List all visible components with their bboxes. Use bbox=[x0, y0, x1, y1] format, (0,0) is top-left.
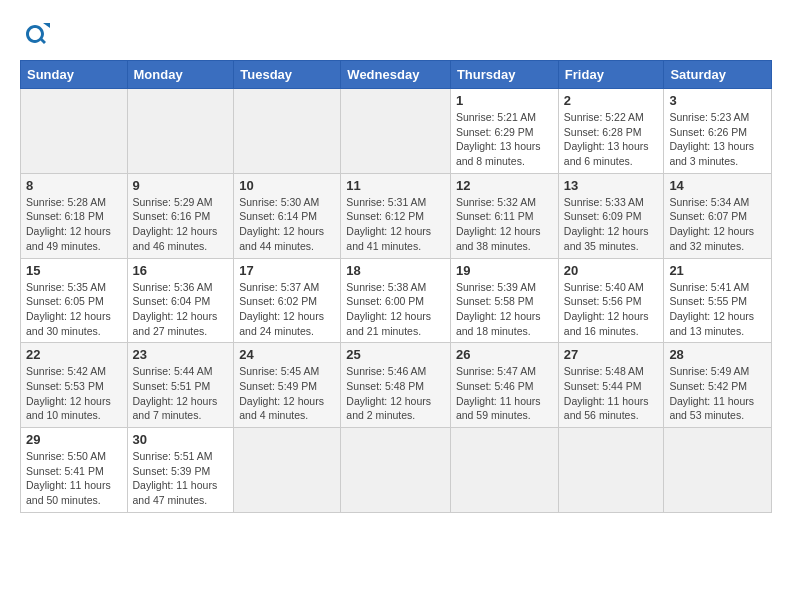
day-info: Sunrise: 5:22 AMSunset: 6:28 PMDaylight:… bbox=[564, 110, 659, 169]
calendar-week-row: 8Sunrise: 5:28 AMSunset: 6:18 PMDaylight… bbox=[21, 173, 772, 258]
calendar-header-friday: Friday bbox=[558, 61, 664, 89]
calendar-cell: 24Sunrise: 5:45 AMSunset: 5:49 PMDayligh… bbox=[234, 343, 341, 428]
day-info: Sunrise: 5:44 AMSunset: 5:51 PMDaylight:… bbox=[133, 364, 229, 423]
calendar-week-row: 1Sunrise: 5:21 AMSunset: 6:29 PMDaylight… bbox=[21, 89, 772, 174]
day-number: 27 bbox=[564, 347, 659, 362]
day-number: 24 bbox=[239, 347, 335, 362]
logo-icon bbox=[20, 20, 50, 50]
calendar-cell: 1Sunrise: 5:21 AMSunset: 6:29 PMDaylight… bbox=[450, 89, 558, 174]
calendar-cell: 15Sunrise: 5:35 AMSunset: 6:05 PMDayligh… bbox=[21, 258, 128, 343]
calendar-cell: 16Sunrise: 5:36 AMSunset: 6:04 PMDayligh… bbox=[127, 258, 234, 343]
day-info: Sunrise: 5:23 AMSunset: 6:26 PMDaylight:… bbox=[669, 110, 766, 169]
calendar-header-wednesday: Wednesday bbox=[341, 61, 451, 89]
day-info: Sunrise: 5:29 AMSunset: 6:16 PMDaylight:… bbox=[133, 195, 229, 254]
day-info: Sunrise: 5:38 AMSunset: 6:00 PMDaylight:… bbox=[346, 280, 445, 339]
calendar-week-row: 22Sunrise: 5:42 AMSunset: 5:53 PMDayligh… bbox=[21, 343, 772, 428]
day-info: Sunrise: 5:40 AMSunset: 5:56 PMDaylight:… bbox=[564, 280, 659, 339]
day-info: Sunrise: 5:35 AMSunset: 6:05 PMDaylight:… bbox=[26, 280, 122, 339]
day-number: 25 bbox=[346, 347, 445, 362]
calendar-cell: 9Sunrise: 5:29 AMSunset: 6:16 PMDaylight… bbox=[127, 173, 234, 258]
logo bbox=[20, 20, 54, 50]
day-info: Sunrise: 5:47 AMSunset: 5:46 PMDaylight:… bbox=[456, 364, 553, 423]
calendar-cell bbox=[341, 89, 451, 174]
day-info: Sunrise: 5:45 AMSunset: 5:49 PMDaylight:… bbox=[239, 364, 335, 423]
day-info: Sunrise: 5:37 AMSunset: 6:02 PMDaylight:… bbox=[239, 280, 335, 339]
calendar-header-saturday: Saturday bbox=[664, 61, 772, 89]
day-number: 10 bbox=[239, 178, 335, 193]
day-number: 14 bbox=[669, 178, 766, 193]
calendar-cell: 2Sunrise: 5:22 AMSunset: 6:28 PMDaylight… bbox=[558, 89, 664, 174]
calendar-cell: 30Sunrise: 5:51 AMSunset: 5:39 PMDayligh… bbox=[127, 428, 234, 513]
day-info: Sunrise: 5:41 AMSunset: 5:55 PMDaylight:… bbox=[669, 280, 766, 339]
calendar-cell: 27Sunrise: 5:48 AMSunset: 5:44 PMDayligh… bbox=[558, 343, 664, 428]
calendar-cell bbox=[234, 89, 341, 174]
calendar-cell: 10Sunrise: 5:30 AMSunset: 6:14 PMDayligh… bbox=[234, 173, 341, 258]
calendar-cell: 22Sunrise: 5:42 AMSunset: 5:53 PMDayligh… bbox=[21, 343, 128, 428]
calendar-cell: 11Sunrise: 5:31 AMSunset: 6:12 PMDayligh… bbox=[341, 173, 451, 258]
day-number: 9 bbox=[133, 178, 229, 193]
page-header bbox=[20, 20, 772, 50]
calendar-cell: 25Sunrise: 5:46 AMSunset: 5:48 PMDayligh… bbox=[341, 343, 451, 428]
day-number: 15 bbox=[26, 263, 122, 278]
day-info: Sunrise: 5:31 AMSunset: 6:12 PMDaylight:… bbox=[346, 195, 445, 254]
calendar-cell: 14Sunrise: 5:34 AMSunset: 6:07 PMDayligh… bbox=[664, 173, 772, 258]
svg-marker-0 bbox=[43, 23, 50, 28]
day-info: Sunrise: 5:21 AMSunset: 6:29 PMDaylight:… bbox=[456, 110, 553, 169]
calendar-cell: 21Sunrise: 5:41 AMSunset: 5:55 PMDayligh… bbox=[664, 258, 772, 343]
day-info: Sunrise: 5:32 AMSunset: 6:11 PMDaylight:… bbox=[456, 195, 553, 254]
day-number: 30 bbox=[133, 432, 229, 447]
day-number: 12 bbox=[456, 178, 553, 193]
calendar-cell: 20Sunrise: 5:40 AMSunset: 5:56 PMDayligh… bbox=[558, 258, 664, 343]
day-info: Sunrise: 5:28 AMSunset: 6:18 PMDaylight:… bbox=[26, 195, 122, 254]
day-number: 16 bbox=[133, 263, 229, 278]
calendar-cell: 26Sunrise: 5:47 AMSunset: 5:46 PMDayligh… bbox=[450, 343, 558, 428]
day-number: 20 bbox=[564, 263, 659, 278]
calendar-cell: 28Sunrise: 5:49 AMSunset: 5:42 PMDayligh… bbox=[664, 343, 772, 428]
day-number: 2 bbox=[564, 93, 659, 108]
calendar-cell bbox=[558, 428, 664, 513]
day-number: 11 bbox=[346, 178, 445, 193]
day-number: 3 bbox=[669, 93, 766, 108]
calendar-cell: 19Sunrise: 5:39 AMSunset: 5:58 PMDayligh… bbox=[450, 258, 558, 343]
day-number: 28 bbox=[669, 347, 766, 362]
day-info: Sunrise: 5:42 AMSunset: 5:53 PMDaylight:… bbox=[26, 364, 122, 423]
day-number: 22 bbox=[26, 347, 122, 362]
calendar-header-thursday: Thursday bbox=[450, 61, 558, 89]
day-info: Sunrise: 5:34 AMSunset: 6:07 PMDaylight:… bbox=[669, 195, 766, 254]
calendar-week-row: 29Sunrise: 5:50 AMSunset: 5:41 PMDayligh… bbox=[21, 428, 772, 513]
day-info: Sunrise: 5:48 AMSunset: 5:44 PMDaylight:… bbox=[564, 364, 659, 423]
day-info: Sunrise: 5:30 AMSunset: 6:14 PMDaylight:… bbox=[239, 195, 335, 254]
day-number: 21 bbox=[669, 263, 766, 278]
calendar-cell: 8Sunrise: 5:28 AMSunset: 6:18 PMDaylight… bbox=[21, 173, 128, 258]
calendar-cell bbox=[127, 89, 234, 174]
calendar-header-tuesday: Tuesday bbox=[234, 61, 341, 89]
calendar-header-monday: Monday bbox=[127, 61, 234, 89]
day-number: 26 bbox=[456, 347, 553, 362]
day-number: 19 bbox=[456, 263, 553, 278]
calendar-header-sunday: Sunday bbox=[21, 61, 128, 89]
calendar-cell: 29Sunrise: 5:50 AMSunset: 5:41 PMDayligh… bbox=[21, 428, 128, 513]
calendar-cell bbox=[450, 428, 558, 513]
day-info: Sunrise: 5:33 AMSunset: 6:09 PMDaylight:… bbox=[564, 195, 659, 254]
day-number: 23 bbox=[133, 347, 229, 362]
calendar-cell: 23Sunrise: 5:44 AMSunset: 5:51 PMDayligh… bbox=[127, 343, 234, 428]
day-info: Sunrise: 5:51 AMSunset: 5:39 PMDaylight:… bbox=[133, 449, 229, 508]
day-info: Sunrise: 5:39 AMSunset: 5:58 PMDaylight:… bbox=[456, 280, 553, 339]
calendar: SundayMondayTuesdayWednesdayThursdayFrid… bbox=[20, 60, 772, 513]
calendar-cell bbox=[21, 89, 128, 174]
day-info: Sunrise: 5:46 AMSunset: 5:48 PMDaylight:… bbox=[346, 364, 445, 423]
day-number: 13 bbox=[564, 178, 659, 193]
calendar-cell: 12Sunrise: 5:32 AMSunset: 6:11 PMDayligh… bbox=[450, 173, 558, 258]
day-info: Sunrise: 5:36 AMSunset: 6:04 PMDaylight:… bbox=[133, 280, 229, 339]
day-number: 29 bbox=[26, 432, 122, 447]
calendar-week-row: 15Sunrise: 5:35 AMSunset: 6:05 PMDayligh… bbox=[21, 258, 772, 343]
day-number: 17 bbox=[239, 263, 335, 278]
calendar-cell: 17Sunrise: 5:37 AMSunset: 6:02 PMDayligh… bbox=[234, 258, 341, 343]
day-info: Sunrise: 5:49 AMSunset: 5:42 PMDaylight:… bbox=[669, 364, 766, 423]
day-number: 8 bbox=[26, 178, 122, 193]
calendar-cell: 13Sunrise: 5:33 AMSunset: 6:09 PMDayligh… bbox=[558, 173, 664, 258]
calendar-cell: 3Sunrise: 5:23 AMSunset: 6:26 PMDaylight… bbox=[664, 89, 772, 174]
day-number: 1 bbox=[456, 93, 553, 108]
calendar-cell bbox=[664, 428, 772, 513]
day-info: Sunrise: 5:50 AMSunset: 5:41 PMDaylight:… bbox=[26, 449, 122, 508]
